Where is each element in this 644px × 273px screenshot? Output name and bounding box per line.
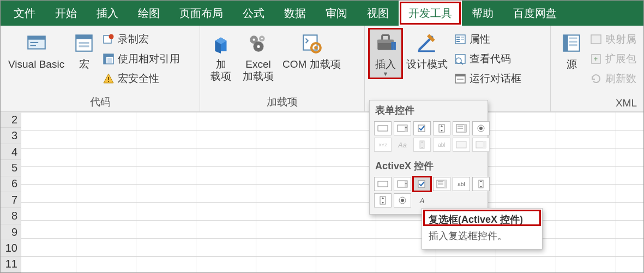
svg-rect-15 bbox=[108, 81, 109, 82]
form-textfield-control[interactable]: abl bbox=[433, 138, 450, 152]
use-relative-ref-button[interactable]: 使用相对引用 bbox=[100, 51, 182, 67]
group-code-label: 代码 bbox=[5, 95, 195, 111]
map-properties-icon bbox=[590, 33, 602, 45]
svg-rect-12 bbox=[104, 54, 106, 64]
tab-insert[interactable]: 插入 bbox=[87, 1, 128, 26]
activex-textbox-control[interactable]: abl bbox=[453, 177, 470, 191]
tab-help[interactable]: 帮助 bbox=[462, 1, 503, 26]
xml-map-properties-button[interactable]: 映射属 bbox=[588, 31, 639, 48]
form-spinner-control[interactable] bbox=[433, 121, 450, 135]
design-mode-button[interactable]: 设计模式 bbox=[403, 29, 451, 72]
macro-security-button[interactable]: 宏安全性 bbox=[100, 70, 182, 87]
toolbox-icon bbox=[372, 30, 399, 56]
view-code-label: 查看代码 bbox=[470, 52, 511, 66]
visual-basic-button[interactable]: Visual Basic bbox=[5, 29, 68, 72]
insert-controls-button[interactable]: 插入 ▼ bbox=[369, 29, 402, 78]
form-listbox-control[interactable] bbox=[453, 121, 470, 135]
properties-button[interactable]: 属性 bbox=[452, 31, 523, 48]
com-addins-label: COM 加载项 bbox=[282, 58, 341, 70]
form-scrollbar-control[interactable] bbox=[413, 138, 431, 152]
row-header[interactable]: 9 bbox=[1, 224, 21, 240]
xml-expansion-label: 扩展包 bbox=[605, 52, 636, 66]
row-header[interactable]: 10 bbox=[1, 240, 21, 256]
activex-checkbox-control[interactable] bbox=[413, 177, 431, 191]
svg-point-24 bbox=[315, 46, 318, 49]
xml-refresh-button[interactable]: 刷新数 bbox=[588, 70, 639, 87]
activex-label-control[interactable]: A bbox=[413, 193, 431, 207]
addins-l2: 载项 bbox=[210, 70, 231, 82]
form-combo-list-control[interactable] bbox=[453, 138, 470, 152]
spreadsheet: 2 3 4 5 6 7 8 9 10 11 bbox=[1, 112, 643, 272]
tab-home[interactable]: 开始 bbox=[45, 1, 87, 26]
form-label-control[interactable]: Aa bbox=[394, 138, 411, 152]
svg-rect-7 bbox=[79, 45, 89, 47]
tab-data[interactable]: 数据 bbox=[274, 1, 316, 26]
row-header[interactable]: 5 bbox=[1, 160, 21, 176]
record-macro-label: 录制宏 bbox=[118, 32, 149, 46]
form-combo-control[interactable] bbox=[394, 121, 411, 135]
activex-button-control[interactable] bbox=[374, 177, 392, 191]
activex-combo-control[interactable] bbox=[394, 177, 411, 191]
excel-addins-button[interactable]: Excel 加载项 bbox=[239, 29, 277, 84]
tab-view[interactable]: 视图 bbox=[357, 1, 399, 26]
svg-rect-60 bbox=[456, 141, 466, 148]
xml-source-button[interactable]: 源 bbox=[555, 29, 588, 72]
activex-option-control[interactable] bbox=[394, 193, 411, 207]
svg-rect-69 bbox=[438, 183, 443, 185]
macros-button[interactable]: 宏 bbox=[68, 29, 100, 72]
activex-scrollbar-control[interactable] bbox=[472, 177, 490, 191]
tab-page-layout[interactable]: 页面布局 bbox=[170, 1, 233, 26]
tab-formulas[interactable]: 公式 bbox=[233, 1, 274, 26]
activex-listbox-control[interactable] bbox=[433, 177, 450, 191]
group-addins-label: 加载项 bbox=[204, 95, 360, 111]
row-header[interactable]: 11 bbox=[1, 257, 21, 272]
svg-rect-68 bbox=[438, 181, 443, 182]
record-macro-button[interactable]: 录制宏 bbox=[100, 31, 182, 48]
tab-review[interactable]: 审阅 bbox=[316, 1, 357, 26]
svg-point-21 bbox=[257, 45, 260, 48]
svg-rect-38 bbox=[455, 74, 465, 76]
addins-icon bbox=[208, 30, 234, 56]
row-header[interactable]: 8 bbox=[1, 208, 21, 224]
svg-rect-41 bbox=[563, 35, 568, 51]
com-addins-icon bbox=[298, 30, 324, 56]
run-dialog-button[interactable]: 运行对话框 bbox=[452, 70, 523, 87]
svg-point-74 bbox=[401, 199, 404, 202]
form-button-control[interactable] bbox=[374, 121, 392, 135]
activex-controls-header: ActiveX 控件 bbox=[370, 156, 487, 176]
form-option-control[interactable] bbox=[472, 121, 490, 135]
row-header[interactable]: 6 bbox=[1, 176, 21, 192]
svg-rect-1 bbox=[28, 36, 45, 39]
form-checkbox-control[interactable] bbox=[413, 121, 431, 135]
row-header[interactable]: 2 bbox=[1, 112, 21, 128]
cell-grid[interactable] bbox=[21, 112, 643, 272]
addins-button[interactable]: 加 载项 bbox=[204, 29, 237, 84]
tab-file[interactable]: 文件 bbox=[4, 1, 45, 26]
tab-baidu-netdisk[interactable]: 百度网盘 bbox=[503, 1, 567, 26]
svg-rect-56 bbox=[464, 124, 466, 132]
row-header[interactable]: 3 bbox=[1, 128, 21, 144]
xml-expansion-button[interactable]: + 扩展包 bbox=[588, 51, 639, 67]
view-code-button[interactable]: 查看代码 bbox=[452, 51, 523, 67]
svg-point-58 bbox=[479, 127, 483, 130]
use-relative-ref-icon bbox=[103, 53, 115, 65]
com-addins-button[interactable]: COM 加载项 bbox=[279, 29, 344, 72]
svg-rect-42 bbox=[569, 38, 577, 39]
tab-developer[interactable]: 开发工具 bbox=[399, 1, 462, 26]
row-header[interactable]: 7 bbox=[1, 192, 21, 208]
form-groupbox-control[interactable]: XYZ bbox=[374, 138, 392, 152]
svg-rect-39 bbox=[457, 79, 464, 80]
svg-rect-70 bbox=[444, 180, 447, 188]
svg-rect-34 bbox=[461, 39, 464, 40]
expansion-icon: + bbox=[590, 53, 602, 65]
group-xml: 源 映射属 + 扩展包 刷新数 XML bbox=[551, 26, 643, 111]
form-combo-dropdown-control[interactable] bbox=[472, 138, 490, 152]
tab-draw[interactable]: 绘图 bbox=[128, 1, 170, 26]
view-code-icon bbox=[454, 53, 466, 65]
ribbon: Visual Basic 宏 录制宏 使用相对引用 宏 bbox=[1, 26, 643, 112]
svg-rect-63 bbox=[378, 181, 388, 187]
activex-spinner-control[interactable] bbox=[374, 193, 392, 207]
svg-rect-45 bbox=[591, 35, 601, 44]
row-header[interactable]: 4 bbox=[1, 144, 21, 160]
svg-rect-27 bbox=[392, 42, 394, 50]
